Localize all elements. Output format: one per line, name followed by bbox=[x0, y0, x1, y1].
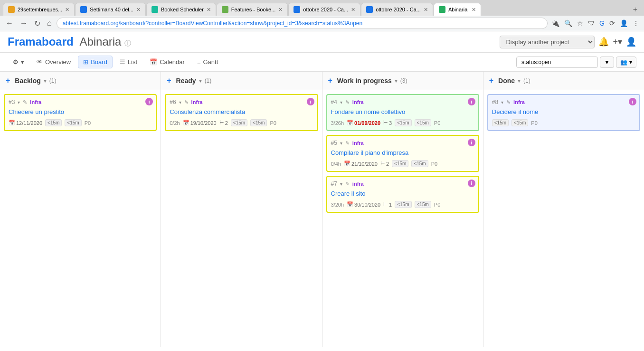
reload-button[interactable]: ↻ bbox=[32, 18, 42, 29]
tab-close-icon[interactable]: ✕ bbox=[207, 7, 211, 13]
card-dropdown-icon[interactable]: ▾ bbox=[340, 100, 342, 105]
time-badge-2: <15m bbox=[415, 201, 431, 208]
card-edit-icon[interactable]: ✎ bbox=[345, 99, 350, 105]
priority-badge: P0 bbox=[434, 202, 440, 208]
settings-nav-item[interactable]: ⚙ ▾ bbox=[8, 56, 29, 68]
profile-icon[interactable]: 👤 bbox=[619, 19, 629, 28]
card-edit-icon[interactable]: ✎ bbox=[23, 99, 27, 105]
home-button[interactable]: ⌂ bbox=[45, 18, 54, 28]
app-header: Framaboard Abinaria ⓘ Display another pr… bbox=[0, 31, 644, 53]
card-title[interactable]: Consulenza commercialista bbox=[170, 108, 313, 115]
card-subtask: ⊢ 1 bbox=[383, 201, 392, 208]
nav-calendar[interactable]: 📅 Calendar bbox=[144, 56, 190, 68]
user-filter-button[interactable]: 👥 ▾ bbox=[616, 57, 636, 68]
tab-close-icon[interactable]: ✕ bbox=[472, 7, 476, 13]
time-badge-1: <15m bbox=[45, 119, 62, 126]
tab-close-icon[interactable]: ✕ bbox=[278, 7, 283, 13]
nav-overview[interactable]: 👁 Overview bbox=[31, 56, 76, 68]
browser-tab-tab5[interactable]: ottobre 2020 - Ca... ✕ bbox=[288, 3, 360, 16]
card-dropdown-icon[interactable]: ▾ bbox=[340, 141, 342, 146]
new-tab-button[interactable]: + bbox=[629, 3, 641, 16]
project-info-icon[interactable]: ⓘ bbox=[124, 39, 131, 47]
column-arrow-wip[interactable]: ▾ bbox=[395, 78, 398, 84]
card-title[interactable]: Chiedere un prestito bbox=[9, 108, 152, 115]
bell-button[interactable]: 🔔 bbox=[598, 37, 609, 47]
card-info-button[interactable]: i bbox=[468, 180, 475, 187]
column-count-ready: (1) bbox=[205, 77, 212, 84]
browser-tab-tab7[interactable]: Abinaria ✕ bbox=[434, 3, 481, 16]
card-info-button[interactable]: i bbox=[629, 98, 636, 105]
card-4[interactable]: #4 ▾ ✎ infra i Fondare un nome collettiv… bbox=[326, 94, 479, 131]
project-selector[interactable]: Display another project bbox=[500, 36, 595, 48]
column-arrow-backlog[interactable]: ▾ bbox=[44, 78, 47, 84]
browser-tab-tab1[interactable]: 29settembreques... ✕ bbox=[3, 3, 75, 16]
card-edit-icon[interactable]: ✎ bbox=[184, 99, 189, 105]
search-input[interactable] bbox=[516, 57, 598, 68]
tab-close-icon[interactable]: ✕ bbox=[136, 7, 141, 13]
add-card-button-backlog[interactable]: + bbox=[6, 76, 10, 85]
card-title[interactable]: Fondare un nome collettivo bbox=[331, 108, 474, 115]
calendar-icon: 📅 bbox=[9, 120, 15, 126]
browser-tab-tab6[interactable]: ottobre 2020 - Ca... ✕ bbox=[361, 3, 433, 16]
card-dropdown-icon[interactable]: ▾ bbox=[179, 100, 181, 105]
card-dropdown-icon[interactable]: ▾ bbox=[18, 100, 20, 105]
card-edit-icon[interactable]: ✎ bbox=[506, 99, 511, 105]
browser-tab-tab3[interactable]: Booked Scheduler ✕ bbox=[146, 3, 216, 16]
vpn-icon[interactable]: G bbox=[598, 19, 606, 28]
add-card-button-wip[interactable]: + bbox=[328, 76, 332, 85]
card-footer: 0/4h 📅 21/10/2020 ⊢ 2 <15m <15m P0 bbox=[331, 160, 474, 167]
share-icon[interactable]: ⟳ bbox=[608, 19, 616, 28]
browser-tab-tab2[interactable]: Settimana 40 del... ✕ bbox=[75, 3, 146, 16]
column-header-done: + Done ▾ (1) bbox=[483, 72, 644, 90]
search-icon[interactable]: 🔍 bbox=[563, 19, 573, 28]
back-button[interactable]: ← bbox=[4, 18, 15, 28]
tab-label: ottobre 2020 - Ca... bbox=[376, 7, 421, 12]
time-badge-1: <15m bbox=[231, 119, 247, 126]
card-date: 📅 30/10/2020 bbox=[347, 201, 380, 208]
card-header: #7 ▾ ✎ infra bbox=[331, 180, 474, 187]
card-7[interactable]: #7 ▾ ✎ infra i Creare il sito 3/20h 📅 30… bbox=[326, 176, 479, 213]
tab-close-icon[interactable]: ✕ bbox=[351, 7, 355, 13]
card-info-button[interactable]: i bbox=[468, 98, 475, 105]
column-arrow-ready[interactable]: ▾ bbox=[199, 78, 202, 84]
card-dropdown-icon[interactable]: ▾ bbox=[501, 100, 503, 105]
url-bar[interactable] bbox=[57, 18, 548, 29]
card-5[interactable]: #5 ▾ ✎ infra i Compilare il piano d'impr… bbox=[326, 135, 479, 172]
card-title[interactable]: Compilare il piano d'impresa bbox=[331, 149, 474, 156]
card-dropdown-icon[interactable]: ▾ bbox=[340, 181, 342, 187]
card-3[interactable]: #3 ▾ ✎ infra i Chiedere un prestito 📅 12… bbox=[4, 94, 157, 131]
nav-list[interactable]: ☰ List bbox=[114, 56, 142, 68]
card-6[interactable]: #6 ▾ ✎ infra i Consulenza commercialista… bbox=[165, 94, 318, 131]
bookmark-icon[interactable]: ☆ bbox=[576, 19, 584, 28]
column-backlog: + Backlog ▾ (1) #3 ▾ ✎ infra i Chiedere … bbox=[0, 72, 161, 347]
card-header: #8 ▾ ✎ infra bbox=[492, 99, 635, 105]
time-badge-1: <15m bbox=[395, 201, 411, 208]
add-card-button-ready[interactable]: + bbox=[167, 76, 171, 85]
card-info-button[interactable]: i bbox=[307, 98, 314, 105]
card-edit-icon[interactable]: ✎ bbox=[345, 181, 350, 187]
filter-button[interactable]: ▼ bbox=[600, 57, 614, 68]
column-arrow-done[interactable]: ▾ bbox=[518, 78, 521, 84]
nav-gantt[interactable]: ≡ Gantt bbox=[192, 56, 223, 68]
shield-icon[interactable]: 🛡 bbox=[587, 19, 596, 28]
card-8[interactable]: #8 ▾ ✎ infra i Decidere il nome <15m <15… bbox=[487, 94, 640, 131]
add-menu-button[interactable]: +▾ bbox=[613, 37, 622, 47]
card-title[interactable]: Decidere il nome bbox=[492, 108, 635, 115]
extensions-icon[interactable]: 🔌 bbox=[550, 19, 560, 28]
forward-button[interactable]: → bbox=[18, 18, 29, 28]
column-count-done: (1) bbox=[523, 77, 530, 84]
add-card-button-done[interactable]: + bbox=[489, 76, 493, 85]
tab-close-icon[interactable]: ✕ bbox=[65, 7, 69, 13]
card-edit-icon[interactable]: ✎ bbox=[345, 140, 350, 146]
tab-close-icon[interactable]: ✕ bbox=[424, 7, 428, 13]
card-info-button[interactable]: i bbox=[468, 139, 475, 146]
menu-icon[interactable]: ⋮ bbox=[632, 19, 640, 28]
card-title[interactable]: Creare il sito bbox=[331, 190, 474, 197]
browser-tab-tab4[interactable]: Features - Booke... ✕ bbox=[217, 3, 288, 16]
calendar-icon: 📅 bbox=[347, 120, 353, 126]
tab-bar: 29settembreques... ✕ Settimana 40 del...… bbox=[0, 0, 644, 16]
header-right: Display another project 🔔 +▾ 👤 bbox=[500, 36, 636, 48]
nav-board[interactable]: ⊞ Board bbox=[78, 56, 113, 68]
user-menu-button[interactable]: 👤 bbox=[626, 37, 636, 47]
app-project-name: Abinaria bbox=[79, 35, 121, 48]
